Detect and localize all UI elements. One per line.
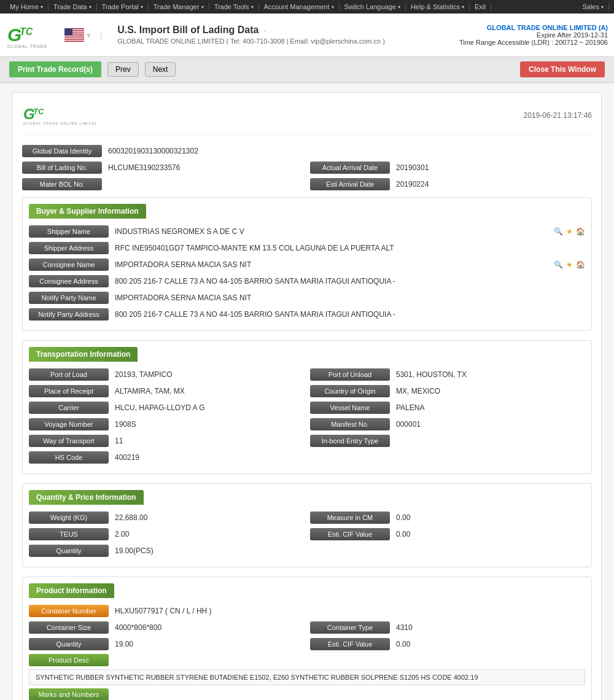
hs-code-value: 400219 — [109, 451, 585, 464]
header-divider: | — [100, 31, 102, 39]
star-icon[interactable]: ★ — [566, 260, 573, 269]
consignee-address-label: Consignee Address — [29, 275, 109, 287]
mater-bol-value — [102, 182, 304, 187]
port-of-load-value: 20193, TAMPICO — [109, 368, 304, 381]
nav-trade-tools[interactable]: Trade Tools ▾ — [209, 3, 259, 10]
search-icon[interactable]: 🔍 — [554, 227, 563, 236]
chevron-down-icon: ▾ — [398, 4, 400, 10]
chevron-down-icon: ▾ — [141, 4, 143, 10]
top-navigation: My Home ▾ Trade Data ▾ Trade Portal ▾ Tr… — [0, 0, 614, 14]
carrier-label: Carrier — [29, 402, 109, 414]
top-toolbar: Print Trade Record(s) Prev Next Close Th… — [0, 56, 614, 83]
product-esti-cif-label: Esti. CIF Value — [310, 638, 390, 650]
quantity-row: Quantity 19.00(PCS) — [29, 544, 585, 558]
hs-code-row: HS Code 400219 — [29, 451, 585, 464]
shipper-name-value: INDUSTRIAS NEGROMEX S A DE C V — [109, 225, 551, 238]
svg-rect-11 — [64, 28, 72, 36]
close-button[interactable]: Close This Window — [520, 61, 605, 77]
chevron-down-icon: ▾ — [251, 4, 254, 10]
global-data-identity-label: Global Data Identity — [22, 145, 102, 157]
country-of-origin-label: Country of Origin — [310, 385, 390, 397]
place-of-receipt-value: ALTAMIRA, TAM, MX — [109, 384, 304, 398]
notify-party-address-value: 800 205 216-7 CALLE 73 A NO 44-105 BARRI… — [109, 308, 585, 321]
teus-cif-row: TEUS 2.00 Esti. CIF Value 0.00 — [29, 527, 585, 541]
esti-cif-value: 0.00 — [390, 527, 585, 541]
product-quantity-value: 19.00 — [109, 637, 304, 651]
chevron-down-icon: ▾ — [201, 4, 204, 10]
container-size-type-row: Container Size 4000*806*800 Container Ty… — [29, 621, 585, 634]
bol-arrival-row: Bill of Lading No. HLCUME3190233576 Actu… — [22, 161, 592, 174]
nav-exit[interactable]: Exit — [470, 3, 491, 10]
record-logo: G TC GLOBAL TRADE ONLINE LIMITED — [22, 102, 96, 128]
container-size-label: Container Size — [29, 621, 109, 634]
nav-sales[interactable]: Sales ▾ — [577, 3, 609, 10]
shipper-address-row: Shipper Address RFC INE950401GD7 TAMPICO… — [29, 241, 585, 255]
shipper-address-value: RFC INE950401GD7 TAMPICO-MANTE KM 13.5 C… — [109, 241, 585, 255]
esti-arrival-label: Esti Arrival Date — [310, 178, 390, 190]
way-of-transport-label: Way of Transport — [29, 435, 109, 447]
inbond-entry-value — [390, 438, 585, 443]
consignee-address-value: 800 205 216-7 CALLE 73 A NO 44-105 BARRI… — [109, 274, 585, 288]
esti-cif-label: Esti. CIF Value — [310, 528, 390, 540]
measure-cm-label: Measure in CM — [310, 511, 390, 524]
port-of-load-label: Port of Load — [29, 368, 109, 381]
container-size-value: 4000*806*800 — [109, 621, 304, 634]
next-button[interactable]: Next — [145, 62, 176, 77]
bill-of-lading-value: HLCUME3190233576 — [102, 161, 304, 174]
place-country-row: Place of Receipt ALTAMIRA, TAM, MX Count… — [29, 384, 585, 398]
product-desc-row: Product Desc — [29, 654, 585, 666]
carrier-value: HLCU, HAPAG-LLOYD A G — [109, 401, 304, 414]
print-button[interactable]: Print Trade Record(s) — [9, 61, 101, 77]
nav-trade-data[interactable]: Trade Data ▾ — [49, 3, 97, 10]
product-section: Product Information Container Number HLX… — [22, 577, 592, 700]
svg-text:GLOBAL TRADE ONLINE LIMITED: GLOBAL TRADE ONLINE LIMITED — [23, 122, 96, 125]
marks-numbers-row: Marks and Numbers — [29, 688, 585, 700]
product-esti-cif-value: 0.00 — [390, 637, 585, 651]
svg-rect-9 — [64, 37, 84, 39]
manifest-no-value: 000001 — [390, 418, 585, 431]
voyage-number-label: Voyage Number — [29, 418, 109, 430]
search-icon[interactable]: 🔍 — [554, 260, 563, 269]
nav-trade-manager[interactable]: Trade Manager ▾ — [149, 3, 209, 10]
port-of-unload-label: Port of Unload — [310, 368, 390, 381]
product-quantity-label: Quantity — [29, 638, 109, 650]
actual-arrival-value: 20190301 — [390, 161, 592, 174]
record-header: G TC GLOBAL TRADE ONLINE LIMITED 2019-06… — [22, 102, 592, 135]
prev-button[interactable]: Prev — [107, 62, 139, 77]
voyage-manifest-row: Voyage Number 1908S Manifest No. 000001 — [29, 418, 585, 431]
nav-help-statistics[interactable]: Help & Statistics ▾ — [406, 3, 470, 10]
quantity-price-section: Quantity & Price Information Weight (KG)… — [22, 483, 592, 567]
chevron-down-icon: ▾ — [332, 4, 334, 10]
consignee-name-row: Consignee Name IMPORTADORA SERNA MACIA S… — [29, 258, 585, 271]
nav-switch-language[interactable]: Switch Language ▾ — [340, 3, 406, 10]
actual-arrival-label: Actual Arrival Date — [310, 161, 390, 174]
manifest-no-label: Manifest No. — [310, 418, 390, 430]
country-of-origin-value: MX, MEXICO — [390, 384, 585, 398]
buyer-supplier-section: Buyer & Supplier Information Shipper Nam… — [22, 197, 592, 331]
home-icon[interactable]: 🏠 — [576, 227, 585, 236]
svg-text:ONLINE LIMITED: ONLINE LIMITED — [7, 50, 45, 50]
notify-party-name-row: Notify Party Name IMPORTADORA SERNA MACI… — [29, 291, 585, 305]
nav-trade-portal[interactable]: Trade Portal ▾ — [97, 3, 149, 10]
weight-value: 22,688.00 — [109, 511, 304, 524]
us-flag-icon — [64, 28, 84, 42]
nav-my-home[interactable]: My Home ▾ — [5, 3, 49, 10]
carrier-vessel-row: Carrier HLCU, HAPAG-LLOYD A G Vessel Nam… — [29, 401, 585, 414]
consignee-name-label: Consignee Name — [29, 259, 109, 271]
nav-account-management[interactable]: Account Management ▾ — [259, 3, 340, 10]
star-icon[interactable]: ★ — [566, 227, 573, 236]
weight-label: Weight (KG) — [29, 511, 109, 524]
home-icon[interactable]: 🏠 — [576, 260, 585, 269]
bill-of-lading-label: Bill of Lading No. — [22, 161, 102, 174]
notify-party-address-label: Notify Party Address — [29, 308, 109, 321]
chevron-down-icon: ▾ — [41, 4, 43, 10]
quantity-value: 19.00(PCS) — [109, 544, 585, 558]
teus-value: 2.00 — [109, 527, 304, 541]
measure-cm-value: 0.00 — [390, 511, 585, 524]
vessel-name-value: PALENA — [390, 401, 585, 414]
way-inbond-row: Way of Transport 11 In-bond Entry Type — [29, 434, 585, 448]
buyer-supplier-header: Buyer & Supplier Information — [29, 204, 146, 219]
shipper-address-label: Shipper Address — [29, 242, 109, 254]
consignee-name-value: IMPORTADORA SERNA MACIA SAS NIT — [109, 258, 551, 271]
identity-section: Global Data Identity 6003201903130000321… — [22, 144, 592, 191]
